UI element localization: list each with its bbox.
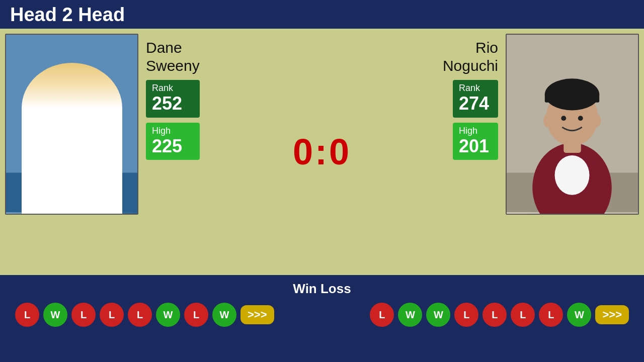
- win-loss-section: Win Loss LWLLLWLW>>> LWWLLLLW>>>: [0, 275, 644, 360]
- svg-point-8: [60, 115, 65, 120]
- badge-w: W: [398, 303, 422, 327]
- more-badge[interactable]: >>>: [240, 305, 274, 324]
- player-right-name: Rio Noguchi: [443, 39, 498, 75]
- badges-right: LWWLLLLW>>>: [370, 303, 629, 327]
- badge-l: L: [128, 303, 152, 327]
- svg-point-21: [591, 114, 601, 128]
- player-right-high-box: High 201: [453, 123, 498, 160]
- svg-point-9: [77, 115, 83, 120]
- svg-rect-0: [6, 34, 137, 213]
- svg-rect-17: [545, 93, 599, 103]
- svg-point-2: [32, 143, 111, 214]
- badges-left: LWLLLWLW>>>: [15, 303, 274, 327]
- main-content: Dane Sweeny Rank 252 High 225 0:0 Rio No…: [0, 29, 644, 275]
- svg-rect-3: [63, 126, 80, 150]
- badge-l: L: [370, 303, 394, 327]
- svg-rect-6: [43, 93, 100, 102]
- badge-l: L: [511, 303, 535, 327]
- score-display: 0:0: [293, 131, 351, 172]
- badge-l: L: [71, 303, 96, 327]
- player-left-photo: [5, 34, 138, 215]
- player-left-high-box: High 225: [146, 123, 200, 160]
- badge-l: L: [454, 303, 478, 327]
- svg-point-18: [561, 116, 566, 121]
- badge-w: W: [43, 303, 67, 327]
- player-left-section: Dane Sweeny Rank 252 High 225: [0, 34, 207, 215]
- svg-rect-1: [6, 172, 137, 212]
- svg-point-4: [44, 86, 99, 145]
- page-title: Head 2 Head: [10, 4, 125, 26]
- player-left-name: Dane Sweeny: [146, 39, 200, 75]
- badge-l: L: [184, 303, 208, 327]
- player-right-info: Rio Noguchi Rank 274 High 201: [435, 34, 506, 165]
- badge-l: L: [100, 303, 124, 327]
- svg-point-20: [543, 114, 553, 128]
- svg-point-5: [43, 76, 100, 111]
- badge-w: W: [426, 303, 450, 327]
- player-left-info: Dane Sweeny Rank 252 High 225: [138, 34, 207, 165]
- player-right-section: Rio Noguchi Rank 274 High 201: [435, 34, 644, 215]
- header: Head 2 Head: [0, 0, 644, 29]
- badge-w: W: [156, 303, 180, 327]
- player-right-photo: [506, 34, 639, 215]
- svg-rect-7: [38, 99, 48, 103]
- svg-point-19: [578, 116, 583, 121]
- player-left-rank-box: Rank 252: [146, 80, 200, 118]
- player-right-rank-box: Rank 274: [453, 80, 498, 118]
- badge-l: L: [482, 303, 507, 327]
- badge-l: L: [15, 303, 39, 327]
- badge-l: L: [539, 303, 563, 327]
- win-loss-title: Win Loss: [293, 281, 351, 297]
- more-badge[interactable]: >>>: [595, 305, 629, 324]
- svg-point-13: [555, 155, 590, 195]
- badge-w: W: [567, 303, 591, 327]
- badge-w: W: [212, 303, 236, 327]
